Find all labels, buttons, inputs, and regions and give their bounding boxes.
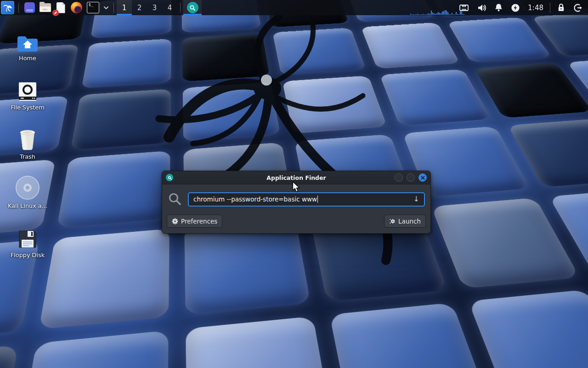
desktop-icon-trash[interactable]: Trash	[6, 126, 50, 160]
monitor-bar	[447, 12, 448, 15]
desktop-icon-label: File System	[11, 104, 44, 111]
preferences-label: Preferences	[181, 218, 217, 225]
screen-lock-icon[interactable]	[557, 3, 565, 12]
monitor-bar	[421, 14, 422, 15]
panel-separator	[180, 3, 181, 13]
panel-separator	[113, 3, 114, 13]
workspace-button-1[interactable]: 1	[117, 0, 132, 15]
text-editor-launcher[interactable]	[54, 1, 67, 14]
search-input[interactable]: chromium --password-store=basic www ↓	[188, 192, 425, 207]
clock[interactable]: 1:48	[528, 4, 543, 12]
monitor-bar	[445, 10, 446, 15]
wallpaper-cube	[183, 82, 280, 142]
monitor-bar	[443, 11, 444, 15]
maximize-button[interactable]	[407, 173, 415, 182]
monitor-bar	[449, 14, 450, 15]
close-button[interactable]	[418, 173, 427, 182]
kali-menu-button[interactable]	[1, 1, 14, 14]
monitor-bar	[432, 12, 433, 15]
wallpaper-cube	[475, 63, 588, 118]
launch-label: Launch	[398, 218, 421, 225]
launch-button[interactable]: Launch	[384, 215, 426, 228]
app-window-icon	[24, 2, 35, 13]
monitor-bar	[452, 13, 452, 15]
desktop-icon-kali-cd[interactable]: Kali Linux a...	[6, 175, 50, 209]
terminal-icon: $_	[87, 2, 99, 13]
floppy-disk-icon	[17, 224, 38, 249]
search-input-value: chromium --password-store=basic www	[193, 196, 317, 203]
wallpaper-cube	[15, 330, 169, 368]
monitor-bar	[425, 14, 426, 15]
workspace-button-2[interactable]: 2	[132, 0, 147, 15]
monitor-bar	[413, 14, 414, 15]
pencil-badge-icon	[52, 10, 59, 16]
workspace-button-4[interactable]: 4	[162, 0, 177, 15]
monitor-bar	[436, 13, 437, 15]
workspace-button-3[interactable]: 3	[147, 0, 162, 15]
wallpaper-cube	[71, 89, 171, 150]
monitor-bar	[441, 13, 441, 15]
monitor-bar	[414, 14, 415, 15]
firefox-launcher[interactable]	[70, 1, 83, 14]
file-manager-launcher[interactable]	[39, 1, 51, 14]
wallpaper-cube	[186, 316, 334, 368]
firefox-icon	[71, 2, 82, 13]
volume-icon[interactable]	[477, 4, 486, 12]
monitor-bar	[410, 14, 411, 15]
wallpaper-cube	[39, 229, 170, 329]
app-window-launcher[interactable]	[23, 1, 36, 14]
preferences-button[interactable]: Preferences	[167, 215, 222, 228]
taskbar-application-finder-button[interactable]	[183, 0, 202, 15]
kali-logo-icon	[3, 3, 13, 13]
desktop-icon-file-system[interactable]: File System	[6, 77, 50, 111]
desktop-icon-label: Kali Linux a...	[8, 203, 47, 209]
logout-icon[interactable]	[573, 3, 582, 12]
workspace-switcher: 1 2 3 4	[117, 0, 177, 15]
trash-can-icon	[18, 126, 37, 151]
notifications-bell-icon[interactable]	[495, 3, 503, 12]
desktop-icon-label: Floppy Disk	[11, 252, 45, 259]
wallpaper-cube	[57, 151, 170, 228]
wallpaper-cube	[379, 69, 491, 126]
expand-arrow-icon[interactable]: ↓	[413, 196, 419, 203]
desktop-icon-label: Trash	[20, 154, 35, 160]
monitor-bar	[435, 14, 436, 15]
text-caret	[317, 196, 318, 203]
monitor-bar	[456, 12, 457, 15]
wallpaper-cube	[329, 303, 493, 368]
minimize-button[interactable]	[395, 173, 403, 182]
search-icon	[168, 192, 182, 207]
window-title: Application Finder	[162, 174, 430, 181]
monitor-bar	[450, 14, 451, 15]
desktop-icon-label: Home	[19, 55, 36, 62]
application-finder-icon	[187, 2, 198, 13]
folder-icon	[40, 3, 51, 12]
monitor-bar	[439, 13, 440, 15]
launch-run-icon	[389, 218, 396, 224]
top-panel: $_ 1 2 3 4	[0, 0, 588, 15]
wallpaper-cube	[82, 39, 171, 88]
monitor-bar	[461, 12, 462, 15]
desktop-icon-floppy[interactable]: Floppy Disk	[6, 224, 50, 259]
gear-icon	[172, 218, 178, 224]
monitor-bar	[416, 14, 417, 15]
monitor-bar	[423, 14, 424, 15]
application-finder-icon	[166, 174, 173, 181]
hard-drive-icon	[17, 77, 38, 102]
wallpaper-cube	[283, 75, 387, 133]
desktop-icon-home[interactable]: Home	[6, 28, 50, 62]
application-finder-window: Application Finder chromium --password-s…	[162, 171, 431, 234]
monitor-bar	[438, 12, 439, 15]
titlebar[interactable]: Application Finder	[162, 171, 430, 184]
terminal-launcher[interactable]: $_	[85, 1, 100, 14]
monitor-bar	[424, 14, 425, 15]
monitor-bar	[412, 14, 413, 15]
monitor-bar	[453, 14, 454, 15]
monitor-bar	[431, 11, 432, 15]
wallpaper-cube	[468, 289, 588, 368]
panel-separator	[18, 3, 19, 13]
monitor-bar	[418, 14, 419, 15]
terminal-dropdown-arrow[interactable]	[103, 6, 109, 10]
power-manager-icon[interactable]	[511, 3, 520, 12]
monitor-bar	[460, 11, 461, 15]
